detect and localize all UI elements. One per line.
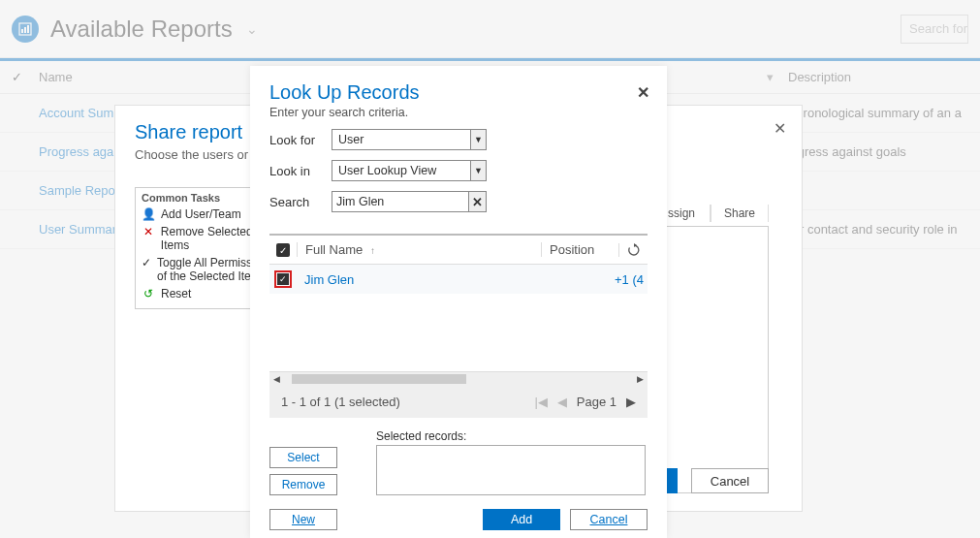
pager-status: 1 - 1 of 1 (1 selected) [281,395,400,409]
refresh-icon[interactable] [618,243,648,257]
look-for-value: User [338,133,364,146]
remove-icon: ✕ [142,225,155,238]
search-value: Jim Glen [336,195,384,208]
select-button[interactable]: Select [269,447,337,468]
column-position[interactable]: Position [541,242,618,257]
next-page-icon[interactable]: ▶ [626,395,636,409]
look-in-select[interactable]: User Lookup View ▼ [332,160,487,181]
cancel-button[interactable]: Cancel [570,509,648,530]
results-header: ✓ Full Name ↑ Position [269,236,648,265]
look-in-value: User Lookup View [338,164,436,177]
scroll-right-icon[interactable]: ▶ [637,374,644,384]
search-row: Search Jim Glen ✕ [269,191,648,212]
horizontal-scrollbar[interactable]: ◀ ▶ [269,371,648,385]
task-label: Reset [161,287,191,301]
result-fullname: Jim Glen [297,272,599,287]
search-label: Search [269,195,332,209]
new-button[interactable]: New [269,509,337,530]
results-grid: ✓ Full Name ↑ Position ✓ Jim Glen +1 (4 … [269,234,648,418]
look-for-row: Look for User ▼ [269,129,648,150]
prev-page-icon[interactable]: ◀ [557,395,567,409]
look-for-select[interactable]: User ▼ [332,129,487,150]
pager-page: Page 1 [577,395,616,409]
pager-nav: |◀ ◀ Page 1 ▶ [534,395,636,409]
clear-icon[interactable]: ✕ [468,192,486,211]
look-for-label: Look for [269,133,332,147]
scroll-left-icon[interactable]: ◀ [273,374,280,384]
column-fullname[interactable]: Full Name ↑ [297,242,541,257]
user-add-icon: 👤 [142,207,155,221]
checkbox-highlight: ✓ [274,270,292,288]
row-checkbox[interactable]: ✓ [269,270,297,288]
look-in-label: Look in [269,164,332,178]
selected-records-label: Selected records: [376,429,648,443]
first-page-icon[interactable]: |◀ [534,395,547,409]
pager: 1 - 1 of 1 (1 selected) |◀ ◀ Page 1 ▶ [269,385,648,418]
chevron-down-icon: ▼ [470,161,486,180]
remove-button[interactable]: Remove [269,474,337,495]
lookup-dialog: Look Up Records Enter your search criter… [250,66,667,538]
lookup-title: Look Up Records [269,81,648,104]
look-in-row: Look in User Lookup View ▼ [269,160,648,181]
chevron-down-icon: ▼ [470,130,486,149]
lookup-subtitle: Enter your search criteria. [269,106,648,119]
lookup-side-actions: Select Remove [269,447,337,495]
checked-icon: ✓ [277,273,289,285]
cancel-button[interactable]: Cancel [691,468,769,493]
close-icon[interactable]: ✕ [774,119,786,138]
select-all-checkbox[interactable]: ✓ [269,242,297,258]
close-icon[interactable]: ✕ [637,83,649,102]
sort-asc-icon: ↑ [370,245,375,256]
permission-columns: ssign Share [652,205,769,222]
scroll-thumb[interactable] [292,374,466,384]
check-icon: ✓ [142,256,151,269]
result-phone: +1 (4 [599,272,648,287]
selected-records-box[interactable] [376,445,646,495]
search-input[interactable]: Jim Glen ✕ [332,191,487,212]
reset-icon: ↺ [142,287,155,301]
task-label: Add User/Team [161,207,241,221]
col-share: Share [711,205,769,222]
result-row[interactable]: ✓ Jim Glen +1 (4 [269,265,648,294]
lookup-bottom-bar: New Add Cancel [269,509,648,530]
add-button[interactable]: Add [483,509,560,530]
column-fullname-label: Full Name [305,242,363,257]
results-empty [269,294,648,371]
